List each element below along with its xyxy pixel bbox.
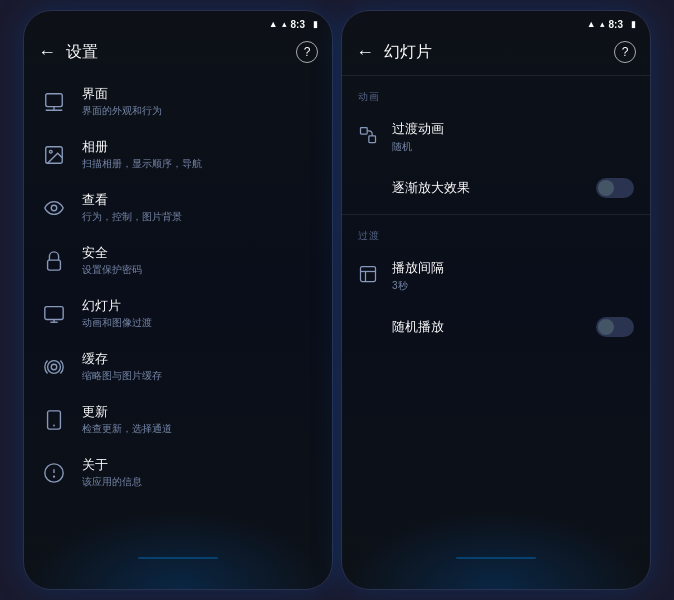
interface-icon [40, 88, 68, 116]
settings-item-about[interactable]: 关于 该应用的信息 [24, 446, 332, 499]
bottom-glow-right [342, 509, 650, 589]
right-header: ← 幻灯片 ? [342, 33, 650, 71]
cache-icon [40, 353, 68, 381]
about-icon [40, 459, 68, 487]
fade-effect-toggle[interactable] [596, 178, 634, 198]
svg-point-11 [48, 360, 61, 373]
random-play-content: 随机播放 [358, 318, 582, 336]
bottom-dots-left [138, 557, 218, 559]
right-page-title: 幻灯片 [384, 42, 604, 63]
right-phone: ▲ ▴ 8:3 ▮ ← 幻灯片 ? 动画 过渡动画 随机 逐渐放大 [341, 10, 651, 590]
bottom-dots-right [456, 557, 536, 559]
viewer-icon [40, 194, 68, 222]
security-icon [40, 247, 68, 275]
transition-animation-row[interactable]: 过渡动画 随机 [342, 108, 650, 166]
settings-item-viewer[interactable]: 查看 行为，控制，图片背景 [24, 181, 332, 234]
section-transition-label: 过渡 [342, 219, 650, 247]
bottom-glow-left [24, 509, 332, 589]
play-interval-icon [358, 264, 378, 288]
security-text: 安全 设置保护密码 [82, 244, 142, 277]
signal-icon-right: ▲ [587, 19, 596, 29]
settings-item-interface[interactable]: 界面 界面的外观和行为 [24, 75, 332, 128]
fade-effect-content: 逐渐放大效果 [358, 179, 582, 197]
album-text: 相册 扫描相册，显示顺序，导航 [82, 138, 202, 171]
random-play-row[interactable]: 随机播放 [342, 305, 650, 349]
settings-item-update[interactable]: 更新 检查更新，选择通道 [24, 393, 332, 446]
status-bar-right: ▲ ▴ 8:3 ▮ [342, 11, 650, 33]
section-animation-label: 动画 [342, 80, 650, 108]
battery-icon: ▮ [313, 19, 318, 29]
transition-animation-icon [358, 125, 378, 149]
svg-rect-18 [369, 136, 376, 143]
settings-item-album[interactable]: 相册 扫描相册，显示顺序，导航 [24, 128, 332, 181]
svg-point-10 [51, 364, 57, 370]
divider-top [342, 75, 650, 76]
wifi-icon: ▴ [282, 19, 287, 29]
fade-effect-row[interactable]: 逐渐放大效果 [342, 166, 650, 210]
svg-rect-19 [361, 267, 376, 282]
album-icon [40, 141, 68, 169]
slideshow-text: 幻灯片 动画和图像过渡 [82, 297, 152, 330]
wifi-icon-right: ▴ [600, 19, 605, 29]
slideshow-icon [40, 300, 68, 328]
play-interval-content: 播放间隔 3秒 [392, 259, 634, 293]
time-display-right: 8:3 [609, 19, 623, 30]
back-button-left[interactable]: ← [38, 42, 56, 63]
svg-point-4 [49, 150, 52, 153]
battery-icon-right: ▮ [631, 19, 636, 29]
svg-point-5 [51, 205, 57, 211]
svg-rect-0 [46, 93, 63, 106]
update-text: 更新 检查更新，选择通道 [82, 403, 172, 436]
settings-item-security[interactable]: 安全 设置保护密码 [24, 234, 332, 287]
signal-icon: ▲ [269, 19, 278, 29]
left-page-title: 设置 [66, 42, 286, 63]
settings-item-cache[interactable]: 缓存 缩略图与图片缓存 [24, 340, 332, 393]
about-text: 关于 该应用的信息 [82, 456, 142, 489]
settings-item-slideshow[interactable]: 幻灯片 动画和图像过渡 [24, 287, 332, 340]
left-phone: ▲ ▴ 8:3 ▮ ← 设置 ? 界面 界面的外观和行为 [23, 10, 333, 590]
transition-animation-content: 过渡动画 随机 [392, 120, 634, 154]
random-play-toggle[interactable] [596, 317, 634, 337]
back-button-right[interactable]: ← [356, 42, 374, 63]
viewer-text: 查看 行为，控制，图片背景 [82, 191, 182, 224]
interface-text: 界面 界面的外观和行为 [82, 85, 162, 118]
svg-rect-17 [361, 128, 368, 135]
left-header: ← 设置 ? [24, 33, 332, 71]
time-display: 8:3 [291, 19, 305, 30]
settings-list: 界面 界面的外观和行为 相册 扫描相册，显示顺序，导航 [24, 71, 332, 503]
cache-text: 缓存 缩略图与图片缓存 [82, 350, 162, 383]
help-button-left[interactable]: ? [296, 41, 318, 63]
help-button-right[interactable]: ? [614, 41, 636, 63]
phones-container: ▲ ▴ 8:3 ▮ ← 设置 ? 界面 界面的外观和行为 [23, 10, 651, 590]
divider-middle [342, 214, 650, 215]
update-icon [40, 406, 68, 434]
play-interval-row[interactable]: 播放间隔 3秒 [342, 247, 650, 305]
status-bar-left: ▲ ▴ 8:3 ▮ [24, 11, 332, 33]
svg-rect-7 [45, 306, 63, 319]
svg-rect-6 [48, 260, 61, 270]
